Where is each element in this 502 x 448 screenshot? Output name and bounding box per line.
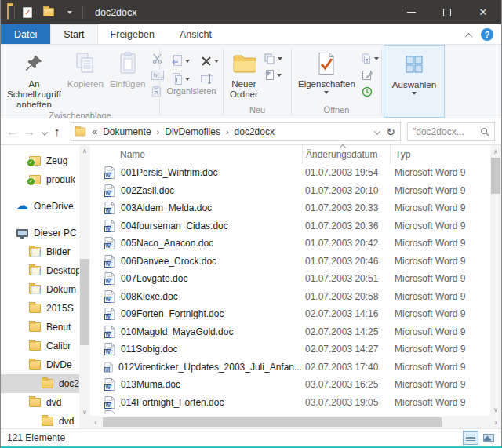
sidebar-scrollbar[interactable]: ∧ ∨: [79, 145, 90, 428]
file-row[interactable]: W 010Magold_MayaGold.doc 02.07.2003 14:2…: [90, 323, 501, 341]
details-view-button[interactable]: [463, 431, 478, 445]
scroll-down-icon[interactable]: ∨: [490, 404, 501, 415]
sidebar-item[interactable]: Calibr: [1, 337, 79, 355]
new-folder-button[interactable]: NeuerOrdner: [227, 48, 261, 100]
tab-start[interactable]: Start: [50, 24, 97, 44]
titlebar-separator: [14, 6, 15, 19]
tab-datei[interactable]: Datei: [1, 24, 50, 44]
group-clipboard: An Schnellzugriffanheften Kopieren Einfü…: [1, 45, 159, 118]
file-row[interactable]: W 008Klexe.doc 01.07.2003 20:58 Microsof…: [90, 288, 501, 306]
chevron-down-icon: [42, 129, 48, 135]
thumbnails-view-button[interactable]: [481, 431, 497, 445]
sidebar-item[interactable]: Zeug: [1, 151, 79, 170]
vertical-scrollbar[interactable]: ∧ ∨: [490, 145, 501, 416]
sidebar-item[interactable]: 2015S: [1, 299, 79, 318]
new-item-button[interactable]: [263, 68, 284, 82]
properties-quick-button[interactable]: [20, 5, 35, 20]
copy-to-button[interactable]: [169, 72, 191, 86]
status-bar: 121 Elemente: [1, 428, 501, 446]
up-button[interactable]: ↑: [49, 125, 66, 138]
search-input[interactable]: "doc2docx...: [407, 122, 495, 141]
sidebar-item[interactable]: dvd: [1, 412, 79, 428]
svg-text:W: W: [105, 261, 111, 267]
qat-dropdown-button[interactable]: [63, 5, 77, 20]
horizontal-scrollbar[interactable]: ‹ ›: [90, 416, 501, 428]
scroll-left-icon[interactable]: ‹: [90, 418, 101, 427]
pin-to-quick-access-button[interactable]: An Schnellzugriffanheften: [4, 48, 64, 110]
back-button[interactable]: ←: [1, 125, 24, 138]
address-dropdown-button[interactable]: [375, 126, 380, 137]
breadcrumb-item[interactable]: ›doc2docx: [220, 126, 275, 137]
open-history-button[interactable]: [360, 52, 380, 65]
ribbon-tab-row: Datei Start Freigeben Ansicht ?: [1, 24, 501, 45]
address-box[interactable]: « ›Dokumente ›DivDemofiles ›doc2docx ↻: [71, 122, 402, 141]
help-button[interactable]: ?: [481, 28, 493, 41]
new-folder-quick-button[interactable]: [42, 5, 56, 20]
breadcrumb-item[interactable]: ›DivDemofiles: [151, 126, 220, 137]
column-header-name[interactable]: Name: [90, 145, 302, 164]
paste-button[interactable]: Einfügen: [107, 48, 148, 89]
file-row[interactable]: W 011Sobig.doc 02.07.2003 14:27 Microsof…: [90, 341, 501, 359]
file-name-cell: W 008Klexe.doc: [90, 290, 302, 303]
chevron-down-icon: [277, 74, 282, 77]
move-to-button[interactable]: [169, 54, 191, 67]
refresh-button[interactable]: ↻: [386, 126, 395, 138]
sidebar-item[interactable]: OneDrive: [1, 197, 79, 216]
horizontal-scroll-thumb[interactable]: [103, 417, 442, 427]
maximize-button[interactable]: [429, 0, 465, 24]
delete-x-icon: [201, 56, 212, 67]
recent-locations-button[interactable]: [42, 125, 47, 139]
file-row[interactable]: W 013Muma.doc 03.07.2003 16:25 Microsoft…: [90, 376, 501, 394]
file-row[interactable]: W 012Virenticker_Updates_2003_Juli_Anfan…: [90, 359, 501, 377]
file-row[interactable]: W 002Zasil.doc 01.07.2003 20:10 Microsof…: [90, 182, 501, 200]
history-button[interactable]: [360, 85, 380, 98]
select-button[interactable]: Auswählen: [389, 49, 439, 95]
scroll-right-icon[interactable]: ›: [490, 418, 501, 427]
window-title: doc2docx: [95, 7, 137, 18]
sidebar-item-label: dvd: [59, 416, 74, 427]
vertical-scroll-thumb[interactable]: [491, 158, 500, 194]
file-row[interactable]: W 005Naco_Anacon.doc 01.07.2003 20:42 Mi…: [90, 235, 501, 253]
sidebar-item-icon: [16, 202, 28, 211]
scroll-up-icon[interactable]: ∧: [490, 146, 501, 157]
sidebar-item[interactable]: Desktop: [1, 261, 79, 280]
file-row[interactable]: W 001Persis_Wintrim.doc 01.07.2003 19:54…: [90, 164, 501, 182]
minimize-button[interactable]: [393, 0, 429, 24]
forward-button[interactable]: →: [24, 125, 41, 138]
easy-access-button[interactable]: [263, 52, 284, 65]
column-header-date[interactable]: Änderungsdatum: [302, 145, 390, 164]
file-row[interactable]: W 009Forten_Fortnight.doc 02.07.2003 14:…: [90, 305, 501, 323]
search-icon: [480, 127, 489, 137]
breadcrumb-overflow[interactable]: «: [93, 126, 98, 137]
sidebar-item[interactable]: Bilder: [1, 242, 79, 261]
scroll-up-icon[interactable]: ∧: [79, 145, 90, 156]
file-row[interactable]: W 006Danvee_Crock.doc 01.07.2003 20:46 M…: [90, 253, 501, 271]
breadcrumb-item[interactable]: ›Dokumente: [103, 126, 151, 137]
sidebar-item[interactable]: DivDe: [1, 355, 79, 374]
file-row[interactable]: W 004fourseman_Cidas.doc 01.07.2003 20:3…: [90, 217, 501, 235]
scroll-down-icon[interactable]: ∨: [79, 406, 90, 417]
close-button[interactable]: ✕: [465, 0, 501, 24]
sidebar-item[interactable]: Benut: [1, 318, 79, 337]
rename-button[interactable]: [199, 72, 220, 86]
file-name-cell: W 012Virenticker_Updates_2003_Juli_Anfan…: [90, 361, 302, 373]
sidebar-item[interactable]: Dokum: [1, 280, 79, 299]
sidebar-item[interactable]: produk: [1, 170, 79, 189]
edit-button[interactable]: [360, 68, 380, 82]
sidebar-item[interactable]: Dieser PC: [1, 224, 79, 242]
svg-text:W: W: [105, 332, 111, 337]
tab-freigeben[interactable]: Freigeben: [98, 24, 167, 44]
sidebar-item[interactable]: doc2: [1, 374, 79, 393]
delete-button[interactable]: [199, 54, 220, 67]
file-row[interactable]: W 003Aldem_Melda.doc 01.07.2003 20:33 Mi…: [90, 199, 501, 217]
file-row[interactable]: W 007Lovgate.doc 01.07.2003 20:51 Micros…: [90, 270, 501, 288]
column-header-type[interactable]: Typ: [390, 145, 501, 164]
properties-button[interactable]: Eigenschaften: [295, 48, 358, 94]
tab-ansicht[interactable]: Ansicht: [167, 24, 224, 44]
collapse-ribbon-button[interactable]: [466, 27, 471, 42]
copy-button[interactable]: Kopieren: [64, 48, 107, 89]
sidebar-scroll-thumb[interactable]: [80, 259, 89, 345]
file-row[interactable]: W 014Fortnight_Forten.doc 03.07.2003 19:…: [90, 394, 501, 412]
chevron-up-icon: [465, 32, 473, 40]
sidebar-item[interactable]: dvd: [1, 393, 79, 412]
